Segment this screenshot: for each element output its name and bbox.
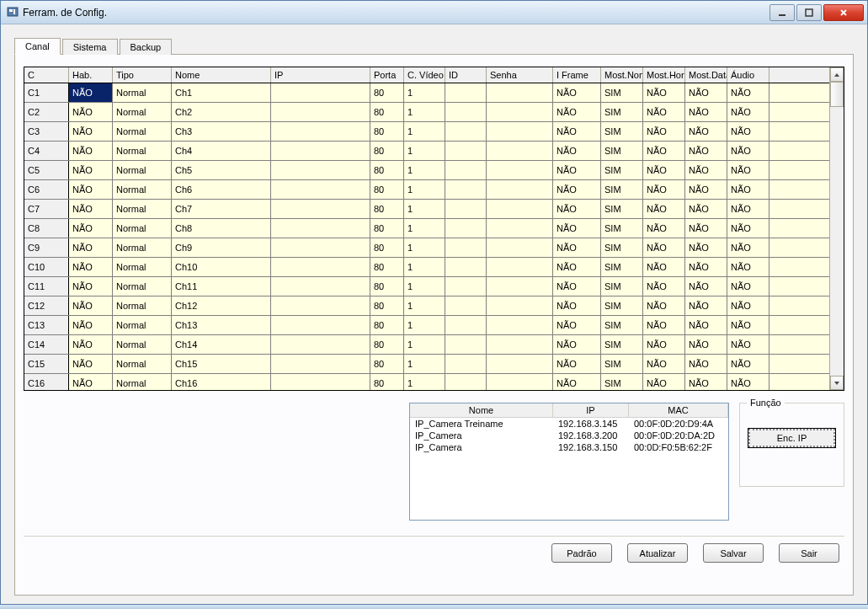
- cell-mh[interactable]: NÃO: [643, 161, 685, 179]
- cell-cv[interactable]: 1: [404, 335, 445, 354]
- cell-iframe[interactable]: NÃO: [553, 103, 601, 121]
- cell-ip[interactable]: [271, 258, 370, 276]
- cell-au[interactable]: NÃO: [727, 122, 769, 141]
- cell-mh[interactable]: NÃO: [643, 277, 685, 296]
- cell-senha[interactable]: [487, 316, 553, 334]
- cell-senha[interactable]: [487, 374, 553, 390]
- column-header[interactable]: C. Vídeo: [404, 67, 445, 83]
- cell-c[interactable]: C6: [24, 180, 69, 199]
- cell-au[interactable]: NÃO: [727, 200, 769, 218]
- cell-md[interactable]: NÃO: [685, 296, 727, 315]
- cell-id[interactable]: [445, 161, 487, 179]
- cell-hab[interactable]: NÃO: [69, 316, 113, 334]
- table-row[interactable]: C8NÃONormalCh8801NÃOSIMNÃONÃONÃO: [24, 219, 829, 238]
- maximize-button[interactable]: [796, 4, 822, 21]
- cell-id[interactable]: [445, 258, 487, 276]
- column-header[interactable]: Hab.: [69, 67, 113, 83]
- cell-tipo[interactable]: Normal: [113, 180, 172, 199]
- cell-cv[interactable]: 1: [404, 219, 445, 238]
- cell-nome[interactable]: Ch14: [172, 335, 271, 354]
- device-list[interactable]: Nome IP MAC IP_Camera Treiname192.168.3.…: [409, 403, 729, 521]
- cell-senha[interactable]: [487, 296, 553, 315]
- refresh-button[interactable]: Atualizar: [627, 543, 688, 563]
- cell-nome[interactable]: Ch4: [172, 142, 271, 160]
- cell-ip[interactable]: [271, 161, 370, 179]
- cell-cv[interactable]: 1: [404, 142, 445, 160]
- cell-hab[interactable]: NÃO: [69, 335, 113, 354]
- cell-mh[interactable]: NÃO: [643, 122, 685, 141]
- cell-au[interactable]: NÃO: [727, 258, 769, 276]
- cell-tipo[interactable]: Normal: [113, 355, 172, 373]
- table-row[interactable]: C13NÃONormalCh13801NÃOSIMNÃONÃONÃO: [24, 316, 829, 335]
- cell-iframe[interactable]: NÃO: [553, 200, 601, 218]
- cell-nome[interactable]: Ch3: [172, 122, 271, 141]
- cell-mh[interactable]: NÃO: [643, 103, 685, 121]
- cell-tipo[interactable]: Normal: [113, 277, 172, 296]
- cell-id[interactable]: [445, 296, 487, 315]
- table-row[interactable]: C16NÃONormalCh16801NÃOSIMNÃONÃONÃO: [24, 374, 829, 390]
- save-button[interactable]: Salvar: [703, 543, 764, 563]
- column-header[interactable]: ID: [445, 67, 487, 83]
- cell-mn[interactable]: SIM: [601, 277, 643, 296]
- cell-senha[interactable]: [487, 142, 553, 160]
- cell-iframe[interactable]: NÃO: [553, 374, 601, 390]
- dev-col-ip[interactable]: IP: [553, 403, 629, 417]
- cell-md[interactable]: NÃO: [685, 335, 727, 354]
- cell-tipo[interactable]: Normal: [113, 296, 172, 315]
- cell-ip[interactable]: [271, 180, 370, 199]
- cell-ip[interactable]: [271, 238, 370, 257]
- cell-mn[interactable]: SIM: [601, 335, 643, 354]
- cell-senha[interactable]: [487, 122, 553, 141]
- cell-mn[interactable]: SIM: [601, 316, 643, 334]
- cell-tipo[interactable]: Normal: [113, 142, 172, 160]
- cell-senha[interactable]: [487, 277, 553, 296]
- cell-hab[interactable]: NÃO: [69, 355, 113, 373]
- cell-md[interactable]: NÃO: [685, 103, 727, 121]
- cell-ip[interactable]: [271, 219, 370, 238]
- cell-senha[interactable]: [487, 219, 553, 238]
- cell-tipo[interactable]: Normal: [113, 316, 172, 334]
- cell-cv[interactable]: 1: [404, 277, 445, 296]
- table-row[interactable]: C10NÃONormalCh10801NÃOSIMNÃONÃONÃO: [24, 258, 829, 277]
- cell-hab[interactable]: NÃO: [69, 258, 113, 276]
- cell-cv[interactable]: 1: [404, 238, 445, 257]
- cell-md[interactable]: NÃO: [685, 200, 727, 218]
- table-row[interactable]: C7NÃONormalCh7801NÃOSIMNÃONÃONÃO: [24, 200, 829, 219]
- grid-scrollbar[interactable]: [829, 67, 844, 390]
- cell-md[interactable]: NÃO: [685, 219, 727, 238]
- scroll-track[interactable]: [830, 82, 844, 376]
- cell-id[interactable]: [445, 103, 487, 121]
- cell-ip[interactable]: [271, 316, 370, 334]
- cell-mn[interactable]: SIM: [601, 180, 643, 199]
- cell-iframe[interactable]: NÃO: [553, 238, 601, 257]
- cell-id[interactable]: [445, 335, 487, 354]
- tab-canal[interactable]: Canal: [14, 38, 61, 55]
- column-header[interactable]: I Frame: [553, 67, 601, 83]
- cell-id[interactable]: [445, 200, 487, 218]
- cell-senha[interactable]: [487, 355, 553, 373]
- cell-ip[interactable]: [271, 335, 370, 354]
- column-header[interactable]: Most.Hora: [643, 67, 685, 83]
- cell-cv[interactable]: 1: [404, 180, 445, 199]
- table-row[interactable]: C5NÃONormalCh5801NÃOSIMNÃONÃONÃO: [24, 161, 829, 180]
- table-row[interactable]: C11NÃONormalCh11801NÃOSIMNÃONÃONÃO: [24, 277, 829, 296]
- device-row[interactable]: IP_Camera192.168.3.15000:0D:F0:5B:62:2F: [410, 441, 728, 453]
- cell-iframe[interactable]: NÃO: [553, 316, 601, 334]
- cell-ip[interactable]: [271, 103, 370, 121]
- cell-senha[interactable]: [487, 258, 553, 276]
- cell-cv[interactable]: 1: [404, 296, 445, 315]
- exit-button[interactable]: Sair: [779, 543, 839, 563]
- cell-c[interactable]: C1: [24, 83, 69, 102]
- cell-md[interactable]: NÃO: [685, 277, 727, 296]
- column-header[interactable]: Most.Nome: [601, 67, 643, 83]
- cell-c[interactable]: C9: [24, 238, 69, 257]
- cell-id[interactable]: [445, 142, 487, 160]
- minimize-button[interactable]: [769, 4, 795, 21]
- cell-mn[interactable]: SIM: [601, 103, 643, 121]
- scroll-up-button[interactable]: [830, 67, 844, 82]
- cell-porta[interactable]: 80: [370, 200, 404, 218]
- cell-cv[interactable]: 1: [404, 374, 445, 390]
- cell-md[interactable]: NÃO: [685, 122, 727, 141]
- channel-grid[interactable]: CHab.TipoNomeIPPortaC. VídeoIDSenhaI Fra…: [24, 67, 844, 391]
- cell-porta[interactable]: 80: [370, 335, 404, 354]
